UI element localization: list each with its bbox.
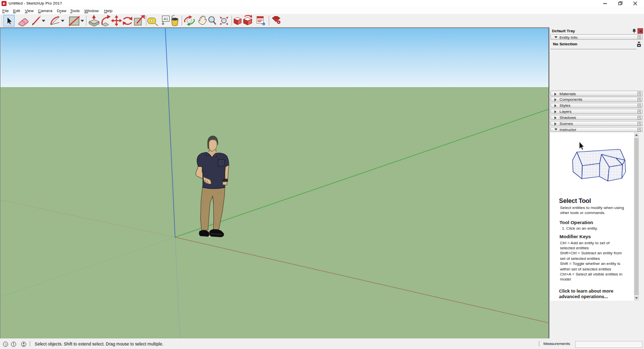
svg-text:A1: A1	[164, 17, 168, 21]
svg-text:?: ?	[5, 342, 7, 347]
